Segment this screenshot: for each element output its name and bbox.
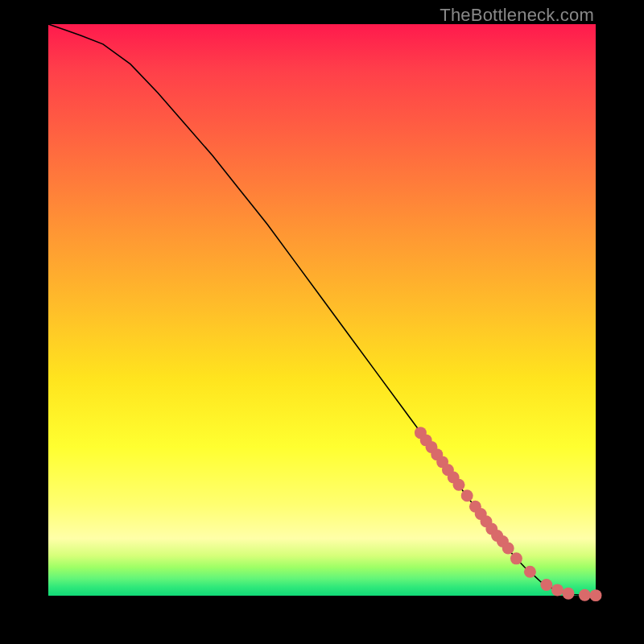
curve-marker <box>461 489 473 502</box>
main-curve <box>48 24 596 596</box>
curve-overlay <box>48 24 596 596</box>
curve-marker <box>540 579 552 591</box>
curve-marker <box>502 543 514 555</box>
curve-marker <box>579 589 591 601</box>
curve-marker <box>551 584 564 596</box>
marker-group <box>415 427 602 601</box>
curve-marker <box>510 552 522 564</box>
curve-marker <box>524 566 536 578</box>
watermark-text: TheBottleneck.com <box>440 5 594 26</box>
curve-marker <box>590 589 602 601</box>
curve-marker <box>563 588 575 600</box>
curve-marker <box>453 479 465 491</box>
